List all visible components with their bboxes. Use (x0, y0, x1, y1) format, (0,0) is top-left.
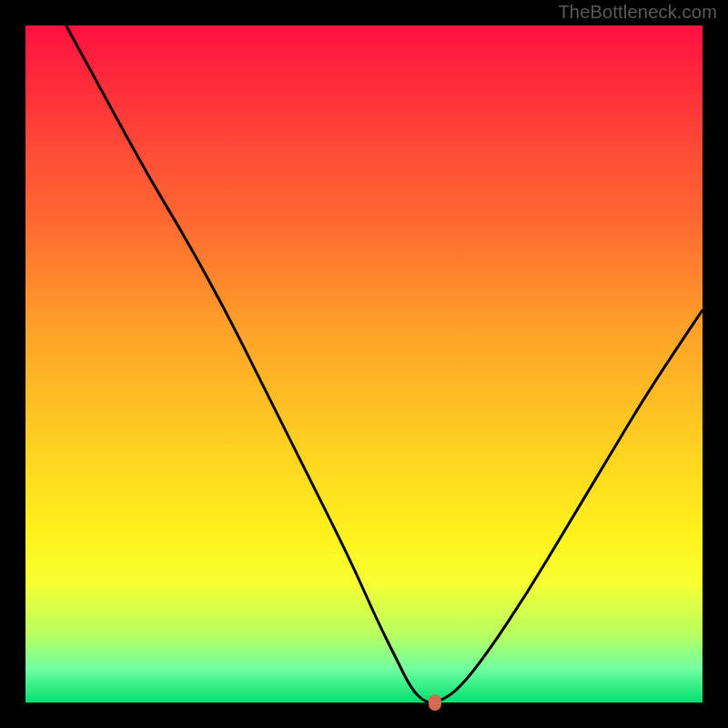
curve-path (66, 25, 703, 703)
optimal-point-marker (429, 694, 441, 711)
chart-container: TheBottleneck.com (0, 0, 728, 728)
bottleneck-curve (25, 25, 703, 703)
attribution-label: TheBottleneck.com (558, 2, 717, 23)
plot-area (25, 25, 703, 703)
